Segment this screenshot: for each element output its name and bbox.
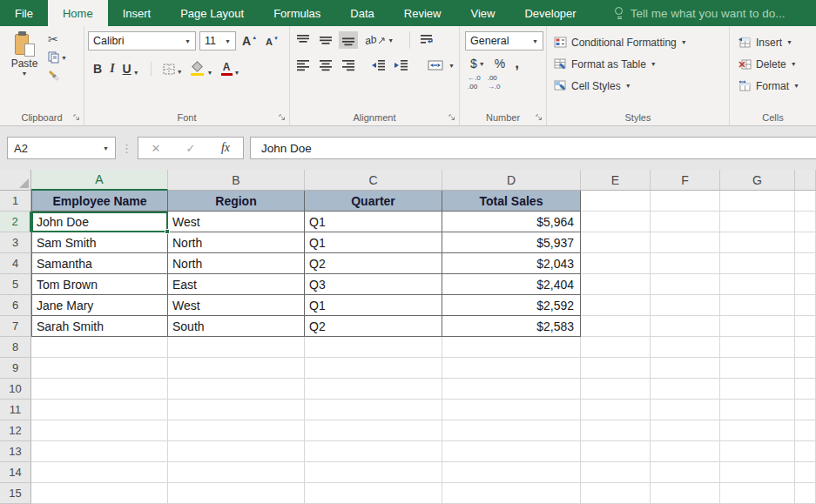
cell-F11[interactable] <box>651 400 720 420</box>
cell-E7[interactable] <box>581 316 651 337</box>
cell-C14[interactable] <box>305 462 442 483</box>
cell-C7[interactable]: Q2 <box>305 316 442 337</box>
col-header-F[interactable]: F <box>651 170 720 191</box>
cell-A4[interactable]: Samantha <box>31 253 168 274</box>
insert-function-button[interactable]: fx <box>208 141 243 155</box>
cell-partial-6[interactable] <box>795 295 816 316</box>
row-header-5[interactable]: 5 <box>0 274 31 295</box>
cell-C3[interactable]: Q1 <box>305 232 442 253</box>
cell-D8[interactable] <box>442 337 581 358</box>
col-header-partial[interactable] <box>795 170 816 191</box>
cell-B14[interactable] <box>168 462 305 483</box>
cell-E15[interactable] <box>581 483 651 504</box>
cell-D5[interactable]: $2,404 <box>442 274 581 295</box>
name-box[interactable]: A2 ▼ <box>7 137 116 159</box>
merge-center-button[interactable] <box>426 57 445 74</box>
cell-E6[interactable] <box>581 295 651 316</box>
cell-partial-11[interactable] <box>795 400 816 420</box>
delete-cells-button[interactable]: Delete ▼ <box>738 53 813 75</box>
cell-G6[interactable] <box>720 295 795 316</box>
percent-style-button[interactable]: % <box>495 57 505 71</box>
cell-D15[interactable] <box>442 483 581 504</box>
copy-button[interactable]: ▼ <box>48 50 67 64</box>
increase-decimal-button[interactable]: ←.0.00 <box>468 74 481 91</box>
cell-C8[interactable] <box>305 337 442 358</box>
cell-C12[interactable] <box>305 420 442 441</box>
cell-partial-4[interactable] <box>795 253 816 274</box>
cell-B9[interactable] <box>168 358 305 379</box>
cell-G15[interactable] <box>720 483 795 504</box>
cell-B5[interactable]: East <box>168 274 305 295</box>
accounting-format-button[interactable]: $▼ <box>470 57 485 71</box>
format-cells-button[interactable]: Format ▼ <box>738 75 813 97</box>
cell-D9[interactable] <box>442 358 581 379</box>
cell-partial-1[interactable] <box>795 191 816 212</box>
tab-formulas[interactable]: Formulas <box>259 0 335 26</box>
cell-D13[interactable] <box>442 441 581 462</box>
row-header-10[interactable]: 10 <box>0 379 31 400</box>
cell-partial-5[interactable] <box>795 274 816 295</box>
cell-A13[interactable] <box>31 441 168 462</box>
cell-styles-button[interactable]: Cell Styles ▼ <box>554 75 725 97</box>
cell-D14[interactable] <box>442 462 581 483</box>
cell-D2[interactable]: $5,964 <box>442 212 581 232</box>
alignment-dialog-launcher-icon[interactable] <box>448 114 455 121</box>
fill-handle[interactable] <box>165 229 170 234</box>
col-header-E[interactable]: E <box>581 170 651 191</box>
cell-F1[interactable] <box>651 191 720 212</box>
col-header-A[interactable]: A <box>31 170 168 191</box>
cell-C5[interactable]: Q3 <box>305 274 442 295</box>
cell-G2[interactable] <box>720 212 795 232</box>
row-header-1[interactable]: 1 <box>0 191 31 212</box>
cell-partial-9[interactable] <box>795 358 816 379</box>
cell-B8[interactable] <box>168 337 305 358</box>
cell-A2[interactable]: John Doe <box>31 212 168 232</box>
cell-C2[interactable]: Q1 <box>305 212 442 232</box>
formula-input[interactable]: John Doe <box>250 137 816 159</box>
cell-B7[interactable]: South <box>168 316 305 337</box>
cell-G10[interactable] <box>720 379 795 400</box>
cell-partial-10[interactable] <box>795 379 816 400</box>
cell-E8[interactable] <box>581 337 651 358</box>
cell-D12[interactable] <box>442 420 581 441</box>
insert-cells-button[interactable]: Insert ▼ <box>738 31 813 53</box>
font-color-button[interactable]: A ▼ <box>221 62 240 76</box>
font-dialog-launcher-icon[interactable] <box>279 114 286 121</box>
row-header-12[interactable]: 12 <box>0 420 31 441</box>
italic-button[interactable]: I <box>110 62 114 76</box>
cell-A11[interactable] <box>31 400 168 420</box>
decrease-indent-button[interactable] <box>368 57 388 74</box>
cell-B4[interactable]: North <box>168 253 305 274</box>
cell-A14[interactable] <box>31 462 168 483</box>
cell-F2[interactable] <box>651 212 720 232</box>
cell-A12[interactable] <box>31 420 168 441</box>
row-header-15[interactable]: 15 <box>0 483 31 504</box>
font-name-select[interactable]: Calibri▼ <box>88 31 196 50</box>
cell-D7[interactable]: $2,583 <box>442 316 581 337</box>
cell-E11[interactable] <box>581 400 651 420</box>
cell-B6[interactable]: West <box>168 295 305 316</box>
middle-align-button[interactable] <box>316 31 335 49</box>
clipboard-dialog-launcher-icon[interactable] <box>73 114 80 121</box>
cell-B12[interactable] <box>168 420 305 441</box>
bottom-align-button[interactable] <box>339 31 358 49</box>
cell-C13[interactable] <box>305 441 442 462</box>
cell-partial-12[interactable] <box>795 420 816 441</box>
col-header-G[interactable]: G <box>720 170 795 191</box>
tell-me-box[interactable]: Tell me what you want to do... <box>614 0 786 26</box>
tab-review[interactable]: Review <box>389 0 456 26</box>
cell-A15[interactable] <box>31 483 168 504</box>
cell-C4[interactable]: Q2 <box>305 253 442 274</box>
increase-font-size-button[interactable]: A▲ <box>239 35 260 47</box>
format-painter-button[interactable] <box>48 69 67 83</box>
cell-B3[interactable]: North <box>168 232 305 253</box>
cell-B10[interactable] <box>168 379 305 400</box>
cell-A10[interactable] <box>31 379 168 400</box>
tab-insert[interactable]: Insert <box>108 0 166 26</box>
cell-E1[interactable] <box>581 191 651 212</box>
cell-F14[interactable] <box>651 462 720 483</box>
tab-file[interactable]: File <box>0 0 48 26</box>
cell-partial-8[interactable] <box>795 337 816 358</box>
row-header-7[interactable]: 7 <box>0 316 31 337</box>
cell-A5[interactable]: Tom Brown <box>31 274 168 295</box>
